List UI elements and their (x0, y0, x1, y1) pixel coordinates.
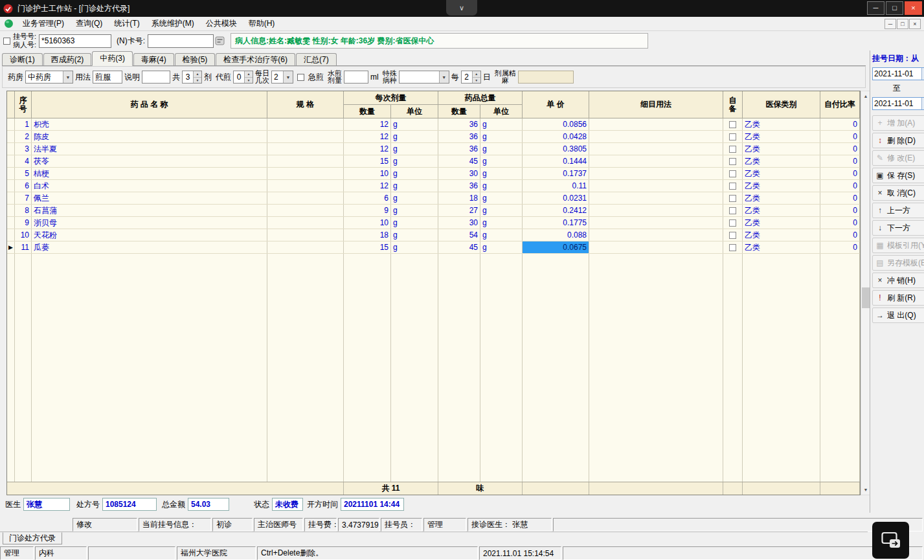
card-reader-icon[interactable] (215, 36, 225, 47)
date-from-input[interactable]: 2021-11-01 ▼ (872, 67, 924, 80)
delete-button[interactable]: ↕删 除(D) (872, 133, 924, 148)
dose-qty[interactable]: 10 (344, 217, 391, 229)
table-row[interactable]: 2陈皮12g36g0.0428乙类0 (7, 131, 860, 143)
self-provided-cell[interactable] (723, 168, 743, 179)
menu-query[interactable]: 查询(Q) (70, 17, 108, 30)
self-provided-checkbox[interactable] (729, 232, 736, 239)
dose-unit[interactable]: g (391, 205, 438, 216)
total-unit[interactable]: g (480, 118, 523, 130)
row-seq[interactable]: 8 (15, 205, 32, 216)
save-button[interactable]: ▣保 存(S) (872, 168, 924, 183)
modify-button[interactable]: ✎修 改(E) (872, 150, 924, 166)
drug-spec[interactable] (267, 118, 344, 130)
self-provided-cell[interactable] (723, 180, 743, 192)
drug-name[interactable]: 陈皮 (32, 131, 267, 142)
screen-cast-overlay[interactable] (872, 522, 909, 559)
cancel-button[interactable]: ×取 消(C) (872, 185, 924, 201)
copay-ratio[interactable]: 0 (820, 118, 860, 130)
drug-spec[interactable] (267, 143, 344, 155)
total-qty[interactable]: 36 (438, 180, 480, 192)
next-prescription-button[interactable]: ↓下一方 (872, 220, 924, 236)
table-row[interactable]: ▶11瓜蒌15g45g0.0675乙类0 (7, 241, 860, 254)
drug-name[interactable]: 佩兰 (32, 192, 267, 204)
patient-lock-checkbox[interactable] (3, 38, 10, 45)
tab-western-medicine[interactable]: 西成药(2) (43, 53, 92, 65)
menu-system-maintenance[interactable]: 系统维护(M) (146, 17, 200, 30)
unit-price[interactable]: 0.3805 (523, 143, 589, 155)
dose-unit[interactable]: g (391, 241, 438, 253)
reverse-button[interactable]: ×冲 销(H) (872, 273, 924, 288)
dose-unit[interactable]: g (391, 217, 438, 229)
usage-detail[interactable] (589, 192, 723, 204)
usage-detail[interactable] (589, 205, 723, 216)
drug-spec[interactable] (267, 131, 344, 142)
tab-summary[interactable]: 汇总(7) (296, 53, 337, 65)
chevron-down-icon[interactable]: ▼ (921, 98, 924, 109)
usage-detail[interactable] (589, 168, 723, 179)
date-to-input[interactable]: 2021-11-01 ▼ (872, 97, 924, 110)
drug-name[interactable]: 茯苓 (32, 155, 267, 167)
total-unit[interactable]: g (480, 168, 523, 179)
tab-prescription-entry[interactable]: 门诊处方代录 (3, 532, 62, 544)
copay-ratio[interactable]: 0 (820, 205, 860, 216)
row-seq[interactable]: 11 (15, 241, 32, 253)
insurance-class[interactable]: 乙类 (743, 155, 820, 167)
drug-name[interactable]: 瓜蒌 (32, 241, 267, 253)
unit-price[interactable]: 0.0675 (523, 241, 589, 253)
unit-price[interactable]: 0.2412 (523, 205, 589, 216)
row-seq[interactable]: 2 (15, 131, 32, 142)
menu-help[interactable]: 帮助(H) (243, 17, 281, 30)
row-seq[interactable]: 3 (15, 143, 32, 155)
self-provided-checkbox[interactable] (729, 158, 736, 165)
copay-ratio[interactable]: 0 (820, 217, 860, 229)
insurance-class[interactable]: 乙类 (743, 205, 820, 216)
total-unit[interactable]: g (480, 241, 523, 253)
drug-spec[interactable] (267, 168, 344, 179)
self-provided-checkbox[interactable] (729, 133, 736, 140)
self-provided-checkbox[interactable] (729, 244, 736, 251)
total-qty[interactable]: 27 (438, 205, 480, 216)
self-provided-checkbox[interactable] (729, 121, 736, 128)
unit-price[interactable]: 0.088 (523, 229, 589, 241)
drug-name[interactable]: 桔梗 (32, 168, 267, 179)
total-doses-stepper[interactable]: 3 ▲▼ (182, 71, 202, 84)
usage-detail[interactable] (589, 143, 723, 155)
menu-statistics[interactable]: 统计(T) (108, 17, 145, 30)
total-unit[interactable]: g (480, 205, 523, 216)
total-qty[interactable]: 36 (438, 143, 480, 155)
usage-detail[interactable] (589, 180, 723, 192)
insurance-class[interactable]: 乙类 (743, 118, 820, 130)
copay-ratio[interactable]: 0 (820, 180, 860, 192)
self-provided-cell[interactable] (723, 192, 743, 204)
usage-detail[interactable] (589, 217, 723, 229)
copay-ratio[interactable]: 0 (820, 155, 860, 167)
usage-detail[interactable] (589, 118, 723, 130)
dose-qty[interactable]: 12 (344, 143, 391, 155)
unit-price[interactable]: 0.11 (523, 180, 589, 192)
chevron-down-icon[interactable]: ▼ (439, 71, 449, 83)
self-provided-cell[interactable] (723, 205, 743, 216)
total-unit[interactable]: g (480, 143, 523, 155)
total-qty[interactable]: 36 (438, 118, 480, 130)
dose-unit[interactable]: g (391, 143, 438, 155)
drug-spec[interactable] (267, 155, 344, 167)
row-selector[interactable] (7, 217, 15, 229)
total-unit[interactable]: g (480, 131, 523, 142)
mdi-restore-button[interactable]: □ (897, 19, 908, 29)
chevron-down-icon[interactable]: ▼ (63, 71, 73, 83)
row-selector[interactable] (7, 168, 15, 179)
total-unit[interactable]: g (480, 217, 523, 229)
reg-no-input[interactable]: *5160363 (39, 34, 111, 48)
note-input[interactable] (142, 71, 170, 84)
dose-qty[interactable]: 12 (344, 131, 391, 142)
total-qty[interactable]: 30 (438, 217, 480, 229)
narcotic-input[interactable] (518, 71, 574, 84)
dose-unit[interactable]: g (391, 131, 438, 142)
tab-diagnosis[interactable]: 诊断(1) (2, 53, 43, 65)
dose-unit[interactable]: g (391, 118, 438, 130)
dose-qty[interactable]: 9 (344, 205, 391, 216)
chevron-down-icon[interactable]: ▼ (921, 68, 924, 80)
snap-layout-button[interactable]: ∨ (446, 0, 477, 16)
self-provided-cell[interactable] (723, 143, 743, 155)
drug-spec[interactable] (267, 229, 344, 241)
